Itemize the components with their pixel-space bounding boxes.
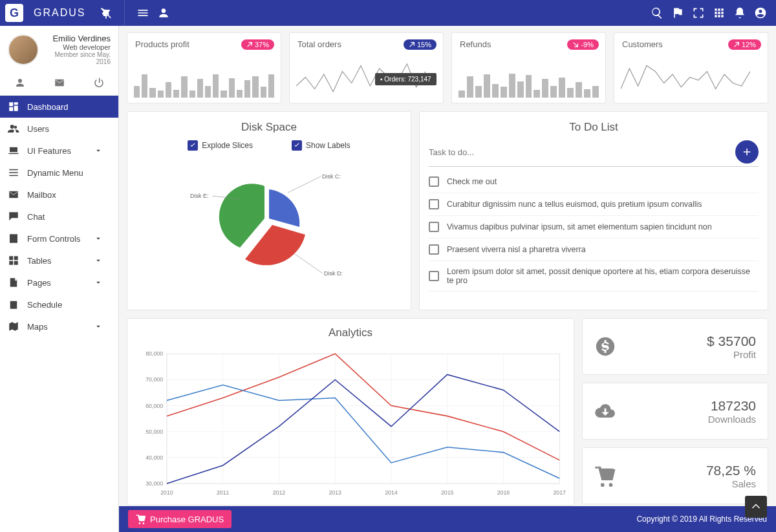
add-todo-button[interactable] xyxy=(735,140,759,164)
todo-checkbox[interactable] xyxy=(429,244,439,255)
avatar[interactable] xyxy=(8,34,39,65)
stat-row: Products profit 37%Total orders 15%▪ Ord… xyxy=(127,32,768,103)
nav-item-schedule[interactable]: Schedule xyxy=(0,293,118,315)
nav-label: Schedule xyxy=(27,300,62,310)
account-icon[interactable] xyxy=(754,6,767,19)
nav-item-pages[interactable]: Pages xyxy=(0,271,118,293)
nav-label: Pages xyxy=(27,278,51,288)
stat-card-1[interactable]: Total orders 15%▪ Orders: 723,147 xyxy=(289,32,444,103)
svg-text:50,000: 50,000 xyxy=(146,429,163,435)
analytics-panel: Analytics 30,00040,00050,00060,00070,000… xyxy=(127,318,574,505)
labels-checkbox[interactable]: Show Labels xyxy=(292,140,350,151)
stat-card-0[interactable]: Products profit 37% xyxy=(127,32,281,103)
cart-icon xyxy=(594,465,616,487)
user-member: Member since May. 2016 xyxy=(45,51,111,65)
stat-card-3[interactable]: Customers 12% xyxy=(614,32,768,103)
nav-item-users[interactable]: Users xyxy=(0,118,118,140)
kpi-sales[interactable]: 78,25 %Sales xyxy=(582,447,768,504)
kpi-profit[interactable]: $ 35700Profit xyxy=(582,318,768,375)
todo-text: Lorem ipsum dolor sit amet, possit deniq… xyxy=(447,267,759,285)
chevron-down-icon xyxy=(94,146,103,155)
todo-checkbox[interactable] xyxy=(429,271,439,281)
pin-off-icon[interactable] xyxy=(100,6,113,19)
svg-text:2011: 2011 xyxy=(217,489,230,496)
todo-text: Vivamus dapibus pulvinar ipsum, sit amet… xyxy=(447,222,712,231)
svg-text:80,000: 80,000 xyxy=(146,350,163,357)
explode-checkbox[interactable]: Explode Slices xyxy=(188,140,253,151)
svg-text:2013: 2013 xyxy=(329,489,341,496)
apps-icon[interactable] xyxy=(713,6,726,19)
svg-text:40,000: 40,000 xyxy=(146,454,163,461)
nav-item-ui-features[interactable]: UI Features xyxy=(0,140,118,162)
nav-item-maps[interactable]: Maps xyxy=(0,315,118,337)
stat-badge: 37% xyxy=(241,39,274,50)
svg-text:Disk D:: Disk D: xyxy=(324,270,343,277)
list-icon xyxy=(8,167,19,178)
dollar-icon xyxy=(594,335,616,357)
todo-checkbox[interactable] xyxy=(429,176,439,187)
chevron-down-icon xyxy=(94,256,103,265)
todo-item[interactable]: Curabitur dignissim nunc a tellus euismo… xyxy=(429,193,759,216)
user-card: Emilio Verdines Web developer Member sin… xyxy=(0,26,118,73)
chevron-down-icon xyxy=(94,278,103,287)
nav-label: Chat xyxy=(27,212,45,222)
map-icon xyxy=(8,321,19,332)
nav-item-dashboard[interactable]: Dashboard xyxy=(0,96,118,118)
todo-input[interactable] xyxy=(429,147,735,157)
sidebar: Emilio Verdines Web developer Member sin… xyxy=(0,26,119,532)
stat-badge: 12% xyxy=(728,39,761,50)
nav-item-mailbox[interactable]: Mailbox xyxy=(0,184,118,206)
menu-icon[interactable] xyxy=(136,6,149,19)
todo-text: Check me out xyxy=(447,177,497,186)
spark-bars xyxy=(134,59,274,98)
nav-item-form-controls[interactable]: Form Controls xyxy=(0,228,118,250)
power-icon[interactable] xyxy=(93,77,105,89)
kpi-value: $ 35700 xyxy=(707,334,756,349)
spark-line xyxy=(621,59,750,98)
nav-label: UI Features xyxy=(27,146,71,156)
svg-text:2014: 2014 xyxy=(385,489,398,496)
analytics-chart: 30,00040,00050,00060,00070,00080,0002010… xyxy=(135,346,566,501)
svg-text:2015: 2015 xyxy=(441,489,454,496)
nav-item-dynamic-menu[interactable]: Dynamic Menu xyxy=(0,162,118,184)
nav-label: Maps xyxy=(27,322,48,332)
logo-badge[interactable]: G xyxy=(5,4,23,22)
user-role: Web developer xyxy=(45,43,111,51)
purchase-button[interactable]: Purchase GRADUS xyxy=(128,510,232,528)
todo-checkbox[interactable] xyxy=(429,222,439,232)
dashboard-icon xyxy=(8,101,19,112)
laptop-icon xyxy=(8,145,19,156)
kpi-value: 187230 xyxy=(708,398,756,414)
stat-card-2[interactable]: Refunds -9% xyxy=(451,32,606,103)
todo-item[interactable]: Check me out xyxy=(429,171,759,193)
cart-icon xyxy=(136,514,146,524)
fullscreen-icon[interactable] xyxy=(692,6,705,19)
svg-text:2017: 2017 xyxy=(553,489,566,496)
search-icon[interactable] xyxy=(651,6,663,19)
logo-text[interactable]: GRADUS xyxy=(34,7,85,19)
chevron-down-icon xyxy=(94,322,103,331)
todo-item[interactable]: Lorem ipsum dolor sit amet, possit deniq… xyxy=(429,261,759,292)
person-icon[interactable] xyxy=(157,6,170,19)
svg-text:2012: 2012 xyxy=(273,489,286,496)
flag-icon[interactable] xyxy=(671,6,684,19)
todo-item[interactable]: Praesent viverra nisl a pharetra viverra xyxy=(429,239,759,261)
bell-icon[interactable] xyxy=(733,6,746,19)
scroll-top-button[interactable] xyxy=(745,496,767,518)
todo-item[interactable]: Vivamus dapibus pulvinar ipsum, sit amet… xyxy=(429,216,759,239)
nav-label: Mailbox xyxy=(27,190,56,200)
chevron-down-icon xyxy=(94,234,103,243)
kpi-downloads[interactable]: 187230Downloads xyxy=(582,383,768,440)
mail-icon[interactable] xyxy=(54,77,65,89)
todo-checkbox[interactable] xyxy=(429,199,439,209)
disk-title: Disk Space xyxy=(136,121,402,134)
todo-title: To Do List xyxy=(429,121,759,134)
nav-item-tables[interactable]: Tables xyxy=(0,250,118,271)
kpi-label: Sales xyxy=(706,478,756,489)
cloud-icon xyxy=(594,400,616,422)
todo-panel: To Do List Check me outCurabitur digniss… xyxy=(419,111,768,310)
nav-label: Form Controls xyxy=(27,234,80,244)
nav-item-chat[interactable]: Chat xyxy=(0,206,118,228)
disk-space-panel: Disk Space Explode Slices Show Labels Di… xyxy=(127,111,411,310)
profile-icon[interactable] xyxy=(14,77,26,89)
